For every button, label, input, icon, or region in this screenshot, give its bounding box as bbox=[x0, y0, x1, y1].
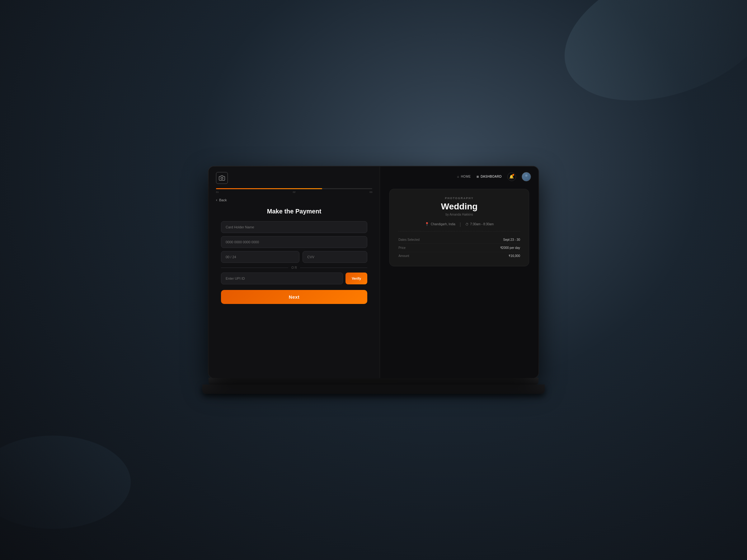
or-line-right bbox=[300, 268, 367, 268]
or-line-left bbox=[221, 268, 288, 268]
dates-value: Sept 23 - 30 bbox=[503, 238, 520, 241]
step-marker-2: 02 bbox=[293, 191, 296, 193]
card-meta: 📍 Chandigarh, India | ⏱ 7:30am - 8:30am bbox=[398, 222, 520, 227]
upi-row: Verify bbox=[221, 272, 367, 284]
time-icon: ⏱ bbox=[465, 222, 469, 226]
card-divider bbox=[398, 231, 520, 232]
cvv-input[interactable] bbox=[303, 251, 367, 263]
notification-dot bbox=[512, 174, 514, 176]
card-details: Dates Selected Sept 23 - 30 Price ₹2000 … bbox=[398, 236, 520, 260]
dates-row: Dates Selected Sept 23 - 30 bbox=[398, 236, 520, 244]
price-row: Price ₹2000 per day bbox=[398, 244, 520, 252]
laptop-bottom-bar bbox=[209, 378, 538, 384]
laptop-screen: 01 02 03 ‹ Back Make the Payment bbox=[209, 166, 538, 378]
back-button[interactable]: ‹ Back bbox=[209, 195, 380, 202]
meta-separator: | bbox=[460, 222, 461, 227]
time-text: 7:30am - 8:30am bbox=[470, 222, 494, 226]
progress-track bbox=[216, 188, 372, 189]
form-area: Make the Payment O R Verify bbox=[209, 202, 380, 378]
amount-row: Amount ₹16,000 bbox=[398, 252, 520, 260]
price-value: ₹2000 per day bbox=[500, 246, 520, 249]
card-area: PHOTOGRAPHY Wedding by Amanda Hakkins 📍 … bbox=[380, 186, 538, 378]
card-holder-input[interactable] bbox=[221, 221, 367, 233]
next-button[interactable]: Next bbox=[221, 290, 367, 304]
step-marker-3: 03 bbox=[369, 191, 372, 193]
booking-card: PHOTOGRAPHY Wedding by Amanda Hakkins 📍 … bbox=[389, 189, 529, 266]
card-title: Wedding bbox=[398, 202, 520, 212]
location-meta: 📍 Chandigarh, India bbox=[425, 222, 455, 226]
dashboard-nav-link[interactable]: ⊞ DASHBOARD bbox=[476, 175, 502, 178]
amount-value: ₹16,000 bbox=[509, 254, 520, 258]
home-label: HOME bbox=[461, 175, 471, 178]
time-meta: ⏱ 7:30am - 8:30am bbox=[465, 222, 494, 226]
progress-bar-area: 01 02 03 bbox=[209, 184, 380, 195]
verify-button[interactable]: Verify bbox=[345, 272, 367, 284]
card-category: PHOTOGRAPHY bbox=[398, 196, 520, 200]
svg-point-0 bbox=[221, 177, 223, 179]
back-chevron-icon: ‹ bbox=[216, 198, 217, 202]
notifications-button[interactable]: 🔔 bbox=[507, 172, 516, 181]
or-text: O R bbox=[291, 266, 297, 269]
price-label: Price bbox=[398, 246, 406, 249]
right-panel: ⌂ HOME ⊞ DASHBOARD 🔔 bbox=[380, 166, 538, 378]
upi-input[interactable] bbox=[221, 272, 343, 284]
logo-icon bbox=[216, 172, 228, 184]
amount-label: Amount bbox=[398, 254, 409, 258]
location-text: Chandigarh, India bbox=[431, 222, 455, 226]
user-avatar[interactable] bbox=[522, 172, 531, 181]
laptop-hinge bbox=[349, 380, 398, 382]
dashboard-label: DASHBOARD bbox=[481, 175, 502, 178]
or-divider: O R bbox=[221, 266, 367, 269]
left-panel: 01 02 03 ‹ Back Make the Payment bbox=[209, 166, 380, 378]
card-by: by Amanda Hakkins bbox=[398, 213, 520, 216]
expiry-input[interactable] bbox=[221, 251, 300, 263]
location-icon: 📍 bbox=[425, 222, 429, 226]
home-nav-link[interactable]: ⌂ HOME bbox=[457, 175, 471, 178]
back-label: Back bbox=[219, 198, 227, 202]
svg-point-1 bbox=[525, 174, 527, 177]
left-topbar bbox=[209, 166, 380, 184]
dates-label: Dates Selected bbox=[398, 238, 419, 241]
nav-bar: ⌂ HOME ⊞ DASHBOARD 🔔 bbox=[380, 166, 538, 186]
step-marker-1: 01 bbox=[216, 191, 219, 193]
dashboard-icon: ⊞ bbox=[476, 175, 479, 178]
step-markers: 01 02 03 bbox=[216, 191, 372, 193]
progress-fill bbox=[216, 188, 322, 189]
form-title: Make the Payment bbox=[221, 208, 367, 215]
card-number-input[interactable] bbox=[221, 236, 367, 248]
laptop-base bbox=[202, 384, 545, 394]
expiry-cvv-row bbox=[221, 251, 367, 263]
home-icon: ⌂ bbox=[457, 175, 459, 178]
